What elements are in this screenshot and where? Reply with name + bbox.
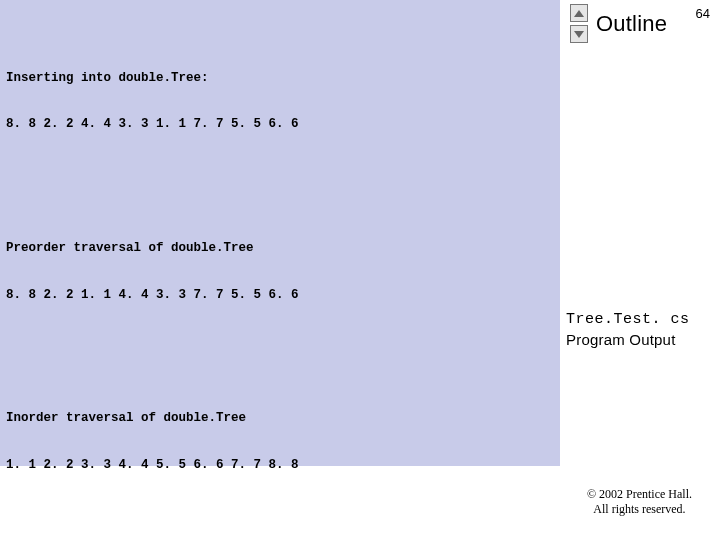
nav-down-button[interactable] (570, 25, 588, 43)
footer: © 2002 Prentice Hall. All rights reserve… (587, 487, 692, 518)
code-line-title: Inorder traversal of double.Tree (6, 411, 554, 427)
footer-line-2: All rights reserved. (593, 502, 685, 516)
code-line-values: 8. 8 2. 2 1. 1 4. 4 3. 3 7. 7 5. 5 6. 6 (6, 288, 554, 304)
outline-title: Outline (596, 11, 667, 37)
code-line-values: 8. 8 2. 2 4. 4 3. 3 1. 1 7. 7 5. 5 6. 6 (6, 117, 554, 133)
caption: Tree.Test. cs Program Output (566, 308, 690, 349)
code-block: Preorder traversal of double.Tree 8. 8 2… (6, 210, 554, 335)
code-output-panel: Inserting into double.Tree: 8. 8 2. 2 4.… (0, 0, 560, 466)
page-number: 64 (696, 6, 710, 21)
right-column: Outline 64 Tree.Test. cs Program Output (560, 0, 720, 540)
nav-buttons (570, 4, 588, 43)
outline-header: Outline (570, 4, 667, 43)
code-block: Inserting into double.Tree: 8. 8 2. 2 4.… (6, 39, 554, 164)
code-line-title: Inserting into double.Tree: (6, 71, 554, 87)
code-block: Inorder traversal of double.Tree 1. 1 2.… (6, 380, 554, 505)
caption-filename: Tree.Test. cs (566, 311, 690, 328)
triangle-up-icon (574, 10, 584, 17)
code-line-values: 1. 1 2. 2 3. 3 4. 4 5. 5 6. 6 7. 7 8. 8 (6, 458, 554, 474)
triangle-down-icon (574, 31, 584, 38)
nav-up-button[interactable] (570, 4, 588, 22)
code-line-title: Preorder traversal of double.Tree (6, 241, 554, 257)
slide: Inserting into double.Tree: 8. 8 2. 2 4.… (0, 0, 720, 540)
footer-line-1: © 2002 Prentice Hall. (587, 487, 692, 501)
caption-subline: Program Output (566, 331, 676, 348)
